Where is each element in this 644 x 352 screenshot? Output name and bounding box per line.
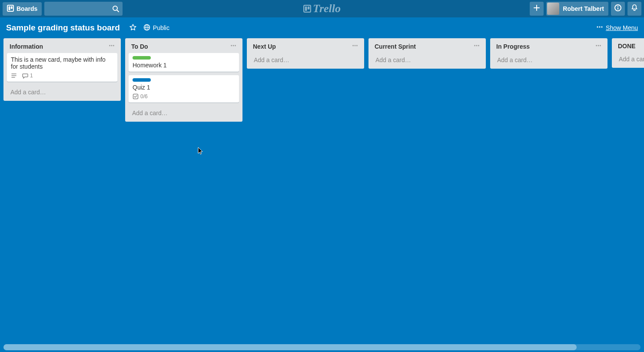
- top-right: Robert Talbert: [530, 2, 641, 16]
- boards-label: Boards: [17, 5, 37, 12]
- search-input[interactable]: [44, 2, 123, 16]
- add-card-button[interactable]: Add a card…: [6, 85, 118, 99]
- card-badges: 0/6: [133, 93, 235, 100]
- globe-icon: [143, 24, 150, 32]
- checklist-icon: [133, 93, 139, 100]
- description-icon: [11, 73, 17, 79]
- checklist-count: 0/6: [140, 93, 148, 100]
- list-title[interactable]: Information: [10, 43, 43, 50]
- star-button[interactable]: [126, 22, 140, 34]
- list-title[interactable]: In Progress: [496, 43, 530, 50]
- list-menu-button[interactable]: [109, 43, 115, 50]
- avatar: [547, 3, 559, 15]
- create-button[interactable]: [530, 2, 544, 16]
- list-header: To Do: [128, 41, 240, 53]
- list-next-up[interactable]: Next Up Add a card…: [247, 38, 364, 69]
- comments-badge: 1: [22, 73, 33, 79]
- star-icon: [129, 24, 136, 32]
- card[interactable]: Quiz 1 0/6: [129, 75, 239, 103]
- board-header-right: Show Menu: [596, 23, 638, 32]
- list-menu-button[interactable]: [474, 43, 480, 50]
- card[interactable]: Homework 1: [129, 53, 239, 72]
- list-title[interactable]: Current Sprint: [375, 43, 416, 50]
- card-badges: 1: [11, 73, 113, 79]
- list-menu-button[interactable]: [230, 43, 236, 50]
- board-canvas[interactable]: Information This is a new card, maybe wi…: [0, 38, 644, 352]
- logo-text: Trello: [313, 2, 341, 15]
- show-menu-link[interactable]: Show Menu: [606, 24, 638, 31]
- notifications-button[interactable]: [627, 2, 641, 16]
- list-header: Next Up: [249, 41, 362, 53]
- list-information[interactable]: Information This is a new card, maybe wi…: [3, 38, 121, 101]
- visibility-label: Public: [153, 24, 169, 31]
- list-title[interactable]: Next Up: [253, 43, 276, 50]
- add-card-button[interactable]: Add a card…: [614, 52, 642, 66]
- board-header: Sample grading status board Public Show …: [0, 17, 644, 38]
- visibility-button[interactable]: Public: [140, 22, 173, 34]
- board-icon: [7, 5, 14, 13]
- horizontal-scrollbar[interactable]: [3, 344, 641, 350]
- checklist-badge: 0/6: [133, 93, 148, 100]
- top-header: Boards Trello Robert Talbert: [0, 0, 644, 17]
- app-logo[interactable]: Trello: [303, 2, 341, 15]
- list-in-progress[interactable]: In Progress Add a card…: [490, 38, 607, 69]
- card-text: Homework 1: [133, 62, 235, 69]
- list-menu-button[interactable]: [352, 43, 358, 50]
- card-label-green[interactable]: [133, 56, 151, 60]
- plus-icon: [533, 4, 541, 13]
- cursor-icon: [198, 147, 203, 155]
- scrollbar-thumb[interactable]: [3, 344, 577, 350]
- info-icon: [614, 4, 622, 13]
- board-title[interactable]: Sample grading status board: [6, 23, 120, 33]
- top-left: Boards: [3, 2, 123, 16]
- add-card-button[interactable]: Add a card…: [493, 53, 605, 67]
- comment-icon: [22, 73, 28, 79]
- bell-icon: [631, 4, 638, 13]
- ellipsis-icon: [596, 23, 603, 32]
- list-title[interactable]: To Do: [131, 43, 148, 50]
- list-header: Current Sprint: [371, 41, 483, 53]
- list-current-sprint[interactable]: Current Sprint Add a card…: [368, 38, 486, 69]
- list-menu-button[interactable]: [595, 43, 601, 50]
- list-todo[interactable]: To Do Homework 1 Quiz 1 0/6 Add a card…: [125, 38, 242, 122]
- card-text: This is a new card, maybe with info for …: [11, 56, 113, 70]
- user-name: Robert Talbert: [563, 5, 604, 12]
- user-menu-button[interactable]: Robert Talbert: [546, 2, 608, 16]
- add-card-button[interactable]: Add a card…: [128, 106, 240, 120]
- card-label-blue[interactable]: [133, 78, 151, 82]
- list-done[interactable]: DONE Add a card…: [612, 38, 644, 68]
- list-header: DONE: [614, 41, 642, 52]
- add-card-button[interactable]: Add a card…: [371, 53, 483, 67]
- info-button[interactable]: [611, 2, 625, 16]
- list-header: In Progress: [493, 41, 605, 53]
- add-card-button[interactable]: Add a card…: [249, 53, 362, 67]
- list-title[interactable]: DONE: [618, 43, 635, 50]
- card[interactable]: This is a new card, maybe with info for …: [7, 53, 117, 82]
- comment-count: 1: [30, 73, 33, 79]
- board-icon: [303, 5, 311, 13]
- card-text: Quiz 1: [133, 84, 235, 91]
- boards-button[interactable]: Boards: [3, 2, 42, 16]
- list-header: Information: [6, 41, 118, 53]
